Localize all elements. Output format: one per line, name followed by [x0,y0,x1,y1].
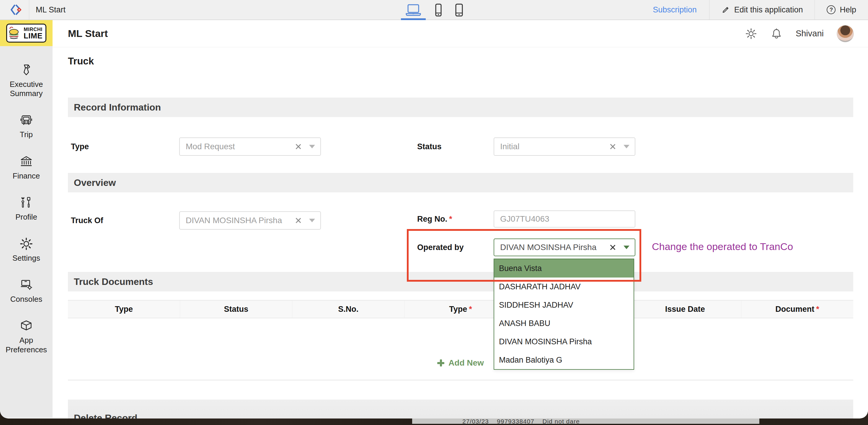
app-title: ML Start [68,28,108,39]
sidebar-item-profile[interactable]: Profile [1,196,51,222]
section-divider [68,380,853,380]
documents-table-header: Type Status S.No. Type* Issue Date Docum… [68,300,853,318]
app-header: ML Start [53,20,868,47]
app-sidebar: MIRCHI LIME Executive Summary [0,20,53,418]
sidebar-item-executive-summary[interactable]: Executive Summary [1,63,51,98]
dropdown-option[interactable]: ANASH BABU [494,314,633,333]
column-header-sno: S.No. [292,301,404,318]
dropdown-option[interactable]: DASHARATH JADHAV [494,278,633,296]
dropdown-option[interactable]: Buena Vista [494,259,633,278]
tablet-icon [455,4,463,17]
truck-of-label: Truck Of [71,211,103,230]
type-label: Type [71,137,89,156]
topbar-divider [29,0,29,20]
platform-logo-icon[interactable] [9,3,23,16]
page-title: Truck [68,56,94,67]
brand-word-lime: LIME [21,32,45,39]
bank-icon [20,155,33,168]
type-select-value: Mod Request [186,142,295,151]
sidebar-item-finance[interactable]: Finance [1,155,51,180]
edit-application-button[interactable]: Edit this application [709,0,815,20]
sidebar-item-label: Profile [16,213,37,222]
chevron-down-icon[interactable] [624,145,629,148]
operated-by-select[interactable]: DIVAN MOSINSHA Pirsha [494,238,636,256]
required-marker: * [816,305,819,314]
sidebar-item-consoles[interactable]: Consoles [1,278,51,304]
gear-icon [20,237,33,251]
section-title: Record Information [74,102,161,113]
chevron-down-icon[interactable] [309,219,315,222]
help-icon: ? [827,5,836,14]
section-truck-documents: Truck Documents [68,272,853,291]
sidebar-item-label: Executive Summary [1,80,51,98]
clear-icon[interactable] [295,217,302,224]
dropdown-option[interactable]: Madan Balotiya G [494,351,633,369]
type-select[interactable]: Mod Request [179,137,321,156]
background-strip-text: 27/03/23 9979338407 Did not dare [462,418,760,424]
subscription-link[interactable]: Subscription [640,5,709,15]
plus-icon [437,359,444,367]
sidebar-item-label: Settings [12,254,40,263]
mobile-preview-button[interactable] [433,0,444,20]
brand-logo[interactable]: MIRCHI LIME [0,20,53,46]
app-window: ML Start [0,0,868,419]
topbar-right-actions: Subscription Edit this application ? Hel… [640,0,868,20]
console-icon [20,278,33,292]
clear-icon[interactable] [609,143,616,150]
chevron-down-icon[interactable] [624,246,629,249]
sidebar-item-app-preferences[interactable]: App Preferences [1,319,51,354]
sidebar-item-settings[interactable]: Settings [1,237,51,263]
section-overview: Overview [68,173,853,192]
add-new-button[interactable]: Add New [437,358,484,368]
desktop-preview-button[interactable] [403,0,424,20]
section-record-information: Record Information [68,97,853,117]
clear-icon[interactable] [295,143,302,150]
section-delete-record: Delete Record [68,400,853,419]
help-button[interactable]: ? Help [815,0,868,20]
truck-icon [20,113,33,127]
header-actions: Shivani [745,25,854,42]
topbar-app-name: ML Start [36,5,66,15]
device-preview-switcher [403,0,465,20]
user-name: Shivani [796,29,824,38]
annotation-note: Change the operated to TranCo [652,241,793,252]
section-title: Delete Record [74,413,137,419]
add-new-row: Add New [68,357,853,369]
dropdown-option[interactable]: SIDDHESH JADHAV [494,296,633,314]
tablet-preview-button[interactable] [453,0,465,20]
brand-logo-text: MIRCHI LIME [21,27,45,39]
sidebar-nav: Executive Summary Trip [0,46,53,370]
required-marker: * [469,305,472,314]
section-title: Truck Documents [74,276,153,287]
truck-of-select[interactable]: DIVAN MOSINSHA Pirsha [179,211,321,230]
operated-by-label: Operated by [417,238,464,256]
settings-gear-icon[interactable] [745,27,757,40]
reg-no-value: GJ07TU4063 [500,214,550,224]
reg-no-input[interactable]: GJ07TU4063 [494,210,636,228]
main-area: ML Start [53,20,868,418]
sidebar-item-label: Trip [20,130,33,139]
sidebar-item-trip[interactable]: Trip [1,113,51,139]
edit-application-label: Edit this application [734,5,803,15]
add-new-label: Add New [448,358,484,368]
necktie-icon [20,63,33,77]
tools-icon [20,196,33,209]
reg-no-label: Reg No.* [417,210,452,228]
dropdown-option[interactable]: DIVAN MOSINSHA Pirsha [494,333,633,351]
sidebar-item-label: Consoles [10,295,42,304]
clear-icon[interactable] [609,244,616,251]
operated-by-select-value: DIVAN MOSINSHA Pirsha [500,243,609,252]
cube-icon [20,319,33,333]
operated-by-dropdown: Buena Vista DASHARATH JADHAV SIDDHESH JA… [494,259,634,370]
truck-of-select-value: DIVAN MOSINSHA Pirsha [186,216,295,225]
user-avatar[interactable] [837,25,854,42]
chevron-down-icon[interactable] [309,145,315,148]
column-header-document: Document* [741,301,853,318]
status-select[interactable]: Initial [494,137,636,156]
column-header-status: Status [180,301,292,318]
brand-word-mirchi: MIRCHI [21,27,45,32]
status-label: Status [417,137,442,156]
sidebar-item-label: App Preferences [1,336,51,354]
notifications-bell-icon[interactable] [770,27,783,40]
required-marker: * [449,215,452,223]
